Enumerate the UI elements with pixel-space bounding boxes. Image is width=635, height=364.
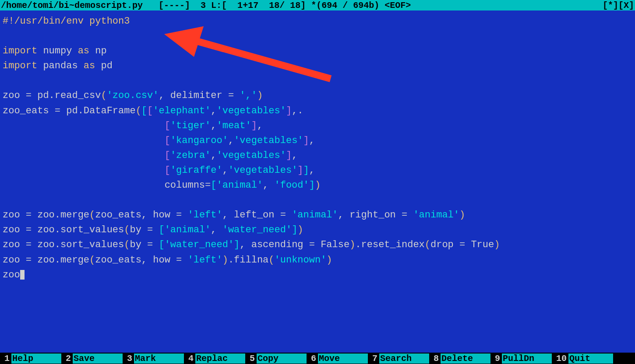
fn-save[interactable]: 2 Save: [61, 354, 123, 364]
fn-pulldn[interactable]: 9 PullDn: [490, 354, 552, 364]
status-spacer1: [143, 0, 159, 10]
function-bar: 1 Help 2 Save 3 Mark 4 Replac 5 Copy 6 M…: [0, 353, 635, 364]
fn-search[interactable]: 7 Search: [368, 354, 429, 364]
fn-replace[interactable]: 4 Replac: [184, 354, 245, 364]
code-line-4[interactable]: import pandas as pd: [3, 59, 632, 74]
editor-container: /home/tomi/bi~demoscript.py [----] 3 L:[…: [0, 0, 635, 364]
text-cursor: [20, 270, 25, 280]
status-indicators: [*][X]: [603, 0, 634, 10]
fn-help[interactable]: 1 Help: [0, 354, 61, 364]
fn-move[interactable]: 6 Move: [307, 354, 368, 364]
code-line-12[interactable]: columns=['animal', 'food']): [3, 178, 632, 193]
editor-body[interactable]: #!/usr/bin/env python3 import numpy as n…: [0, 10, 635, 353]
file-path: /home/tomi/bi~demoscript.py: [1, 0, 143, 10]
code-line-16[interactable]: zoo = zoo.sort_values(by = ['water_need'…: [3, 238, 632, 252]
shebang: #!/usr/bin/env python3: [3, 16, 130, 27]
status-bar: /home/tomi/bi~demoscript.py [----] 3 L:[…: [0, 0, 635, 10]
code-line-17[interactable]: zoo = zoo.merge(zoo_eats, how = 'left').…: [3, 253, 632, 268]
code-line-8[interactable]: ['tiger','meat'],: [3, 119, 632, 133]
fn-mark[interactable]: 3 Mark: [123, 354, 184, 364]
status-spacer2: [190, 0, 201, 10]
code-line-15[interactable]: zoo = zoo.sort_values(by = ['animal', 'w…: [3, 223, 632, 238]
code-line-11[interactable]: ['giraffe','vegetables']],: [3, 163, 632, 178]
position-info: 3 L:[ 1+17 18/ 18] *(694 / 694b) <EOF>: [201, 0, 411, 10]
fn-copy[interactable]: 5 Copy: [245, 354, 307, 364]
code-line-1[interactable]: #!/usr/bin/env python3: [3, 14, 632, 29]
fn-delete[interactable]: 8 Delete: [429, 354, 490, 364]
code-line-3[interactable]: import numpy as np: [3, 44, 632, 59]
code-line-6[interactable]: zoo = pd.read_csv('zoo.csv', delimiter =…: [3, 88, 632, 103]
code-line-5[interactable]: [3, 74, 632, 88]
code-line-10[interactable]: ['zebra','vegetables'],: [3, 148, 632, 163]
code-line-18[interactable]: zoo: [3, 268, 632, 283]
modified-flags: [----]: [159, 0, 190, 10]
code-line-9[interactable]: ['kangaroo','vegetables'],: [3, 133, 632, 148]
code-line-7[interactable]: zoo_eats = pd.DataFrame([['elephant','ve…: [3, 104, 632, 119]
code-line-13[interactable]: [3, 193, 632, 208]
code-line-14[interactable]: zoo = zoo.merge(zoo_eats, how = 'left', …: [3, 208, 632, 223]
code-line-2[interactable]: [3, 29, 632, 44]
fn-quit[interactable]: 10 Quit: [552, 354, 613, 364]
